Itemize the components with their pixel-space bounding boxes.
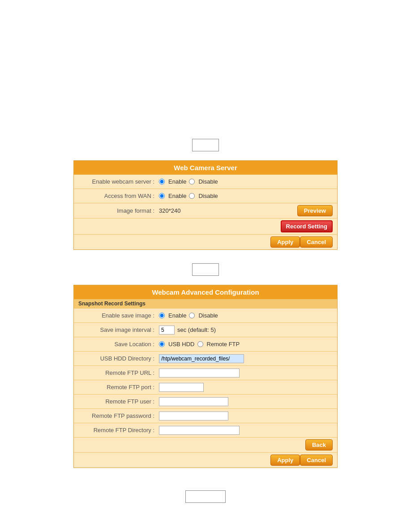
access-wan-row: Access from WAN : Enable Disable bbox=[74, 189, 337, 203]
save-interval-row: Save image interval : sec (default: 5) bbox=[74, 323, 337, 337]
advanced-cancel-button[interactable]: Cancel bbox=[300, 455, 333, 466]
remote-ftp-password-input[interactable] bbox=[159, 412, 228, 420]
usb-dir-input[interactable] bbox=[159, 354, 244, 363]
disable-wan-option: Disable bbox=[198, 193, 218, 199]
disable-save-radio[interactable] bbox=[189, 313, 195, 318]
usb-dir-label: USB HDD Directory : bbox=[78, 355, 159, 362]
enable-save-option: Enable bbox=[168, 312, 186, 319]
remote-ftp-dir-label: Remote FTP Directory : bbox=[78, 427, 159, 433]
remote-ftp-port-row: Remote FTP port : bbox=[74, 380, 337, 395]
small-box-middle bbox=[192, 263, 219, 276]
webcam-server-title: Web Camera Server bbox=[74, 161, 337, 175]
remote-ftp-url-input[interactable] bbox=[159, 369, 240, 378]
back-row: Back bbox=[74, 438, 337, 453]
access-wan-label: Access from WAN : bbox=[78, 193, 159, 199]
remote-ftp-radio[interactable] bbox=[197, 341, 203, 347]
remote-ftp-port-label: Remote FTP port : bbox=[78, 384, 159, 390]
image-format-label: Image format : bbox=[78, 207, 159, 214]
preview-button[interactable]: Preview bbox=[297, 205, 333, 216]
usb-dir-row: USB HDD Directory : bbox=[74, 352, 337, 366]
disable-wan-radio[interactable] bbox=[189, 193, 195, 199]
webcam-cancel-button[interactable]: Cancel bbox=[300, 236, 333, 248]
advanced-config-panel: Webcam Advanced Configuration Snapshot R… bbox=[73, 285, 338, 468]
enable-save-label: Enable save image : bbox=[78, 312, 159, 319]
disable-option: Disable bbox=[198, 178, 218, 185]
remote-ftp-user-input[interactable] bbox=[159, 397, 228, 406]
enable-webcam-label: Enable webcam server : bbox=[78, 178, 159, 185]
advanced-action-row: Apply Cancel bbox=[74, 453, 337, 468]
back-button[interactable]: Back bbox=[305, 439, 333, 450]
enable-wan-radio[interactable] bbox=[159, 193, 165, 199]
webcam-action-row: Apply Cancel bbox=[74, 235, 337, 249]
save-interval-label: Save image interval : bbox=[78, 326, 159, 333]
enable-webcam-radio[interactable] bbox=[159, 179, 165, 184]
enable-save-radio[interactable] bbox=[159, 313, 165, 318]
remote-ftp-user-label: Remote FTP user : bbox=[78, 398, 159, 405]
remote-ftp-option: Remote FTP bbox=[207, 341, 240, 348]
remote-ftp-password-label: Remote FTP password : bbox=[78, 412, 159, 419]
disable-webcam-radio[interactable] bbox=[189, 179, 195, 184]
remote-ftp-dir-row: Remote FTP Directory : bbox=[74, 423, 337, 438]
save-location-row: Save Location : USB HDD Remote FTP bbox=[74, 337, 337, 352]
enable-wan-option: Enable bbox=[168, 193, 186, 199]
usb-hdd-radio[interactable] bbox=[159, 341, 165, 347]
save-interval-input[interactable] bbox=[159, 326, 175, 335]
record-setting-button[interactable]: Record Setting bbox=[281, 220, 333, 232]
save-location-label: Save Location : bbox=[78, 341, 159, 348]
remote-ftp-password-row: Remote FTP password : bbox=[74, 409, 337, 423]
small-box-bottom bbox=[185, 490, 226, 503]
record-setting-row: Record Setting bbox=[74, 219, 337, 235]
snapshot-section-header: Snapshot Record Settings bbox=[74, 299, 337, 309]
enable-webcam-row: Enable webcam server : Enable Disable bbox=[74, 175, 337, 189]
enable-option: Enable bbox=[168, 178, 186, 185]
enable-save-row: Enable save image : Enable Disable bbox=[74, 309, 337, 323]
advanced-config-title: Webcam Advanced Configuration bbox=[74, 285, 337, 299]
advanced-apply-button[interactable]: Apply bbox=[270, 455, 300, 466]
disable-save-option: Disable bbox=[198, 312, 218, 319]
image-format-row: Image format : 320*240 Preview bbox=[74, 203, 337, 219]
remote-ftp-port-input[interactable] bbox=[159, 383, 204, 392]
remote-ftp-url-row: Remote FTP URL : bbox=[74, 366, 337, 380]
webcam-server-panel: Web Camera Server Enable webcam server :… bbox=[73, 160, 338, 250]
small-box-top bbox=[192, 139, 219, 151]
save-interval-suffix: sec (default: 5) bbox=[177, 326, 216, 333]
usb-hdd-option: USB HDD bbox=[168, 341, 195, 348]
webcam-apply-button[interactable]: Apply bbox=[270, 236, 300, 248]
image-format-value: 320*240 bbox=[159, 207, 180, 214]
remote-ftp-user-row: Remote FTP user : bbox=[74, 395, 337, 409]
remote-ftp-url-label: Remote FTP URL : bbox=[78, 369, 159, 376]
remote-ftp-dir-input[interactable] bbox=[159, 426, 240, 435]
